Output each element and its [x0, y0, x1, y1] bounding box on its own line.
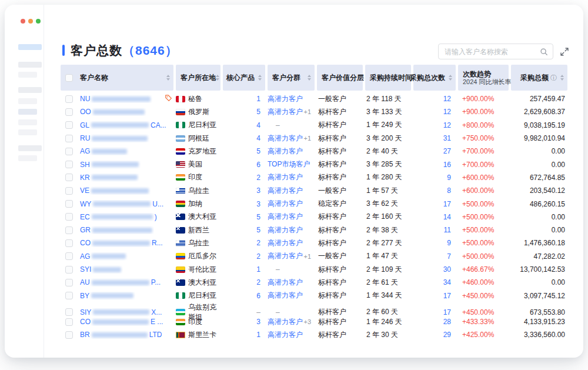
tag-icon[interactable]: [165, 94, 173, 104]
column-header-duration[interactable]: 采购持续时间: [365, 65, 411, 91]
sidebar-item[interactable]: [18, 129, 37, 135]
customer-name-link[interactable]: COR...: [80, 239, 163, 247]
customer-name-link[interactable]: RU: [80, 134, 149, 142]
core-products-value[interactable]: 3: [256, 318, 260, 326]
customer-name-link[interactable]: AUP...: [80, 278, 161, 286]
purchase-count-value[interactable]: 9: [447, 239, 451, 247]
row-checkbox[interactable]: [65, 108, 73, 116]
sidebar-item-active[interactable]: [18, 44, 42, 50]
core-products-value[interactable]: 6: [256, 161, 260, 169]
customer-name-link[interactable]: GLCA...: [80, 121, 166, 129]
core-products-value[interactable]: 3: [256, 186, 260, 195]
purchase-count-value[interactable]: 9: [447, 174, 451, 182]
customer-name-link[interactable]: WYU...: [80, 200, 163, 208]
row-checkbox[interactable]: [65, 161, 73, 168]
row-checkbox[interactable]: [65, 226, 73, 234]
column-header-segment[interactable]: 客户分群: [268, 65, 315, 91]
segment-link[interactable]: 高潜力客户: [268, 225, 303, 235]
purchase-count-value[interactable]: 12: [443, 108, 451, 116]
customer-name-link[interactable]: GR: [80, 226, 154, 234]
customer-name-link[interactable]: SIYX...: [80, 308, 162, 316]
core-products-value[interactable]: 5: [256, 108, 260, 116]
segment-link[interactable]: 高潜力客户: [268, 317, 303, 327]
purchase-count-value[interactable]: 11: [444, 226, 451, 234]
column-header-count[interactable]: 采购总次数: [413, 65, 456, 91]
row-checkbox[interactable]: [65, 200, 73, 208]
core-products-value[interactable]: 2: [256, 174, 260, 182]
segment-link[interactable]: TOP市场客户: [268, 159, 310, 169]
search-icon[interactable]: [540, 48, 548, 56]
sort-icon[interactable]: [308, 75, 311, 81]
segment-link[interactable]: 高潜力客户: [268, 278, 303, 288]
core-products-value[interactable]: 5: [256, 147, 260, 155]
segment-link[interactable]: 高潜力客户: [268, 107, 303, 117]
purchase-count-value[interactable]: 17: [443, 200, 451, 208]
purchase-count-value[interactable]: 31: [443, 134, 451, 142]
customer-name-link[interactable]: COE ...: [80, 318, 163, 326]
sidebar-item[interactable]: [18, 109, 37, 115]
row-checkbox[interactable]: [65, 318, 73, 326]
core-products-value[interactable]: 4: [256, 121, 260, 129]
sidebar-item[interactable]: [18, 72, 37, 78]
row-checkbox[interactable]: [65, 308, 73, 316]
row-checkbox[interactable]: [65, 292, 73, 299]
segment-link[interactable]: 高潜力客户: [268, 330, 303, 340]
purchase-count-value[interactable]: 12: [443, 121, 451, 129]
sidebar-item[interactable]: [18, 87, 42, 93]
row-checkbox[interactable]: [65, 279, 73, 286]
sidebar-item[interactable]: [18, 119, 37, 125]
sort-icon[interactable]: [258, 75, 262, 81]
purchase-count-value[interactable]: 29: [443, 331, 451, 339]
core-products-value[interactable]: 3: [256, 200, 260, 208]
customer-name-link[interactable]: SH: [80, 161, 141, 169]
customer-name-link[interactable]: SYI: [80, 265, 123, 274]
segment-link[interactable]: 高潜力客户: [268, 186, 303, 196]
customer-name-link[interactable]: EC): [80, 213, 157, 221]
row-checkbox[interactable]: [65, 121, 73, 129]
core-products-value[interactable]: 4: [256, 134, 260, 142]
purchase-count-value[interactable]: 17: [443, 292, 451, 300]
segment-link[interactable]: 高潜力客户: [268, 238, 303, 248]
row-checkbox[interactable]: [65, 331, 73, 339]
purchase-count-value[interactable]: 30: [443, 265, 451, 274]
segment-link[interactable]: 高潜力客户: [268, 94, 303, 104]
customer-name-link[interactable]: KR: [80, 174, 139, 182]
segment-link[interactable]: 高潜力客户: [268, 212, 303, 222]
customer-name-link[interactable]: VE: [80, 186, 151, 195]
search-input[interactable]: [445, 48, 540, 56]
purchase-count-value[interactable]: 28: [443, 318, 451, 326]
sidebar-item[interactable]: [18, 98, 37, 104]
segment-link[interactable]: 高潜力客户: [268, 291, 303, 301]
expand-icon[interactable]: [560, 47, 569, 56]
segment-link[interactable]: 高潜力客户: [268, 172, 303, 182]
column-header-products[interactable]: 核心产品: [223, 65, 265, 91]
sort-icon[interactable]: [166, 75, 170, 81]
purchase-count-value[interactable]: 16: [443, 161, 451, 169]
sort-icon[interactable]: [449, 75, 452, 81]
core-products-value[interactable]: 2: [256, 239, 260, 247]
purchase-count-value[interactable]: 12: [443, 95, 451, 103]
core-products-value[interactable]: 1: [256, 265, 260, 274]
row-checkbox[interactable]: [65, 213, 73, 221]
row-checkbox[interactable]: [65, 187, 73, 195]
purchase-count-value[interactable]: 14: [443, 213, 451, 221]
purchase-count-value[interactable]: 8: [447, 186, 451, 195]
core-products-value[interactable]: 2: [256, 252, 260, 261]
select-all-checkbox[interactable]: [65, 74, 73, 82]
sidebar-item[interactable]: [18, 145, 42, 151]
column-header-trend[interactable]: 次数趋势2024 同比增长率: [458, 65, 509, 91]
purchase-count-value[interactable]: 27: [443, 147, 451, 155]
core-products-value[interactable]: 5: [256, 226, 260, 234]
customer-name-link[interactable]: AG: [80, 147, 129, 155]
core-products-value[interactable]: 2: [256, 278, 260, 286]
customer-name-link[interactable]: NU: [80, 95, 152, 103]
customer-name-link[interactable]: AG: [80, 252, 128, 261]
core-products-value[interactable]: 5: [256, 213, 260, 221]
column-header-location[interactable]: 客户所在地: [176, 65, 220, 91]
sort-icon[interactable]: [216, 75, 219, 81]
row-checkbox[interactable]: [65, 174, 73, 181]
row-checkbox[interactable]: [65, 148, 73, 155]
sort-icon[interactable]: [560, 75, 564, 81]
segment-link[interactable]: 高潜力客户: [268, 134, 303, 144]
segment-link[interactable]: 高潜力客户: [268, 251, 303, 261]
